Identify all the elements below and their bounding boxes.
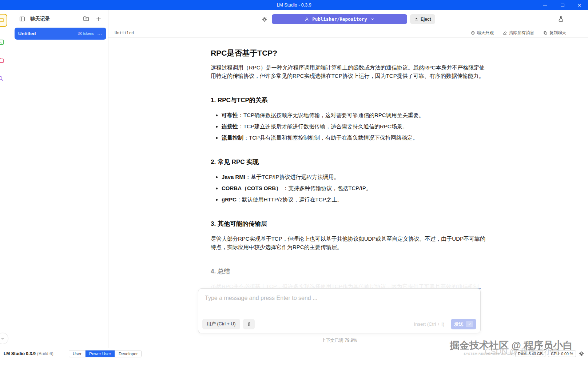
section-heading-2: 2. 常见 RPC 实现 <box>211 158 486 166</box>
insert-button[interactable]: Insert (Ctrl + I) <box>414 321 448 327</box>
new-chat-icon <box>95 16 102 22</box>
section-heading-1: 1. RPC与TCP的关系 <box>211 96 486 104</box>
rail-chat-icon <box>0 17 4 24</box>
bullet-item: 连接性：TCP建立连接后才能进行数据传输，适合需要持久通信的RPC场景。 <box>222 122 486 131</box>
section-1-list: 可靠性：TCP确保数据按顺序无误地传输，这对需要可靠通信的RPC调用至关重要。 … <box>211 111 486 142</box>
sidebar-header: 聊天记录 <box>13 10 108 27</box>
message-composer[interactable]: Type a message and press Enter to send .… <box>198 288 481 333</box>
publisher-icon <box>304 17 309 22</box>
context-usage-status: 上下文已满 79.9% <box>198 337 481 344</box>
mode-user[interactable]: User <box>69 350 86 357</box>
experimental-features-button[interactable] <box>555 13 566 24</box>
tab-bar: Untitled 聊天外观 清除所有消息 复制聊天 <box>108 28 588 38</box>
statusbar-gear-icon <box>579 351 584 357</box>
scroll-down-icon <box>0 335 6 342</box>
clear-all-messages-button[interactable]: 清除所有消息 <box>502 30 534 36</box>
nav-rail <box>0 10 13 348</box>
gear-icon <box>261 16 268 23</box>
top-toolbar: Publisher/Repository Eject <box>108 10 588 28</box>
tab-actions: 聊天外观 清除所有消息 复制聊天 <box>470 30 566 36</box>
system-resources: SYSTEM RESOURCES USAGE RAM: 5.43 GB CPU:… <box>464 350 584 357</box>
chat-item-token-count: 3K tokens <box>78 32 94 36</box>
paperclip-icon <box>246 321 252 327</box>
bullet-text: ：TCP建立连接后才能进行数据传输，适合需要持久通信的RPC场景。 <box>238 123 408 129</box>
bullet-item: 可靠性：TCP确保数据按顺序无误地传输，这对需要可靠通信的RPC调用至关重要。 <box>222 111 486 119</box>
nav-discover-button[interactable] <box>0 73 7 84</box>
scroll-to-bottom-button[interactable] <box>0 333 8 344</box>
model-selector-button[interactable]: Publisher/Repository <box>272 14 407 24</box>
chat-appearance-icon <box>470 31 475 35</box>
clear-all-messages-label: 清除所有消息 <box>509 30 534 36</box>
message-input[interactable]: Type a message and press Enter to send .… <box>198 289 480 308</box>
eject-label: Eject <box>421 17 431 22</box>
chat-history-sidebar: 聊天记录 Untitled 3K tokens ⋯ <box>13 10 108 348</box>
status-bar: LM Studio 0.3.9(Build 6) User Power User… <box>0 348 588 359</box>
composer-toolbar: 用户 (Ctrl + U) Insert (Ctrl + I) 发送 <box>202 319 476 329</box>
send-enter-icon <box>467 322 472 326</box>
bullet-text: ：默认使用HTTP/2协议，运行在TCP之上。 <box>237 196 343 202</box>
cpu-usage-badge: CPU: 0.00 % <box>548 350 576 357</box>
clear-messages-icon <box>502 31 507 35</box>
bullet-item: 流量控制：TCP具有流量和拥塞控制机制，有助于在高负载情况下保持网络稳定。 <box>222 133 486 142</box>
bullet-term: Java RMI <box>222 174 245 180</box>
panel-toggle-icon <box>19 16 25 22</box>
lm-studio-window: LM Studio - 0.3.9 × 聊天记录 <box>0 0 588 369</box>
section-3-paragraph: 尽管大部分RPC实现基于TCP，但理论上也可以基于其他协议如UDP或甚至自定义协… <box>211 234 486 251</box>
close-button[interactable]: × <box>571 0 588 10</box>
bullet-term: gRPC <box>222 196 237 202</box>
send-label: 发送 <box>454 321 464 328</box>
model-selector-label: Publisher/Repository <box>312 16 367 22</box>
section-2-list: Java RMI：基于TCP/IP协议进行远程方法调用。 CORBA（COTS … <box>211 173 486 204</box>
tab-untitled[interactable]: Untitled <box>115 31 134 35</box>
eject-icon <box>414 17 419 21</box>
nav-developer-button[interactable] <box>0 36 7 48</box>
chat-appearance-label: 聊天外观 <box>477 30 494 36</box>
bullet-text: ：TCP具有流量和拥塞控制机制，有助于在高负载情况下保持网络稳定。 <box>243 135 418 141</box>
chat-list-item-selected[interactable]: Untitled 3K tokens ⋯ <box>15 28 106 40</box>
bullet-term: 流量控制 <box>222 135 243 141</box>
window-controls: × <box>537 0 588 10</box>
sidebar-toggle-button[interactable] <box>17 14 27 24</box>
rail-models-icon <box>0 57 4 64</box>
bullet-item: CORBA（COTS ORB） ：支持多种传输协议，包括TCP/IP。 <box>222 184 486 192</box>
settings-button[interactable] <box>579 351 584 357</box>
minimize-icon <box>543 5 547 5</box>
mode-developer[interactable]: Developer <box>115 350 141 357</box>
bullet-text: ：支持多种传输协议，包括TCP/IP。 <box>281 185 372 191</box>
rail-terminal-icon <box>0 39 4 46</box>
nav-chat-button[interactable] <box>0 14 7 27</box>
model-settings-button[interactable] <box>259 14 270 24</box>
duplicate-chat-label: 复制聊天 <box>549 30 566 36</box>
bullet-term: CORBA（COTS ORB） <box>222 185 281 191</box>
resources-usage-label: SYSTEM RESOURCES USAGE <box>464 352 512 356</box>
window-title: LM Studio - 0.3.9 <box>0 3 588 8</box>
ram-usage-badge: RAM: 5.43 GB <box>515 350 546 357</box>
new-chat-button[interactable] <box>94 14 103 24</box>
new-folder-button[interactable] <box>81 14 91 24</box>
bullet-term: 可靠性 <box>222 112 238 118</box>
eject-model-button[interactable]: Eject <box>410 14 435 24</box>
rail-search-icon <box>0 75 4 82</box>
assistant-message: RPC是否基于TCP? 远程过程调用（RPC）是一种允许程序调用远端计算机上的函… <box>211 38 486 299</box>
mode-power-user[interactable]: Power User <box>86 350 115 357</box>
chevron-down-icon <box>370 17 375 21</box>
duplicate-chat-button[interactable]: 复制聊天 <box>543 30 566 36</box>
message-title: RPC是否基于TCP? <box>211 49 486 57</box>
chat-item-title: Untitled <box>18 31 36 36</box>
main-area: Publisher/Repository Eject Untitled 聊天外观 <box>108 10 588 348</box>
minimize-button[interactable] <box>537 0 554 10</box>
sidebar-title: 聊天记录 <box>30 16 78 22</box>
nav-my-models-button[interactable] <box>0 55 7 66</box>
user-role-button[interactable]: 用户 (Ctrl + U) <box>202 319 240 329</box>
section-heading-4: 4. 总结 <box>211 267 486 276</box>
user-mode-switcher: User Power User Developer <box>69 350 142 357</box>
folder-plus-icon <box>83 15 90 22</box>
duplicate-chat-icon <box>543 31 548 35</box>
flask-icon <box>557 16 564 23</box>
chat-appearance-button[interactable]: 聊天外观 <box>470 30 494 36</box>
maximize-button[interactable] <box>554 0 571 10</box>
send-key-badge <box>466 321 473 327</box>
attach-file-button[interactable] <box>243 319 255 329</box>
send-button[interactable]: 发送 <box>451 319 476 329</box>
chat-item-menu-button[interactable]: ⋯ <box>97 31 103 37</box>
